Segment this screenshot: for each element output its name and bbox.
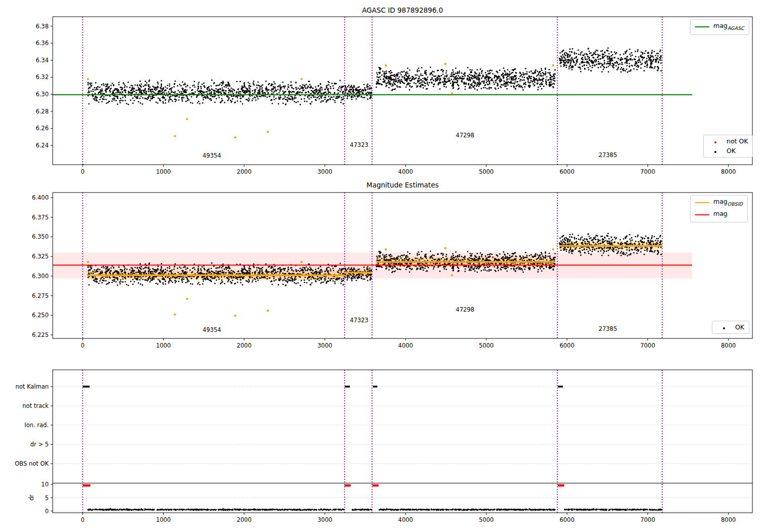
svg-text:2000: 2000	[237, 342, 251, 349]
svg-text:6.275: 6.275	[32, 292, 49, 299]
dr-axis-label: dr	[28, 495, 35, 501]
svg-text:6.30: 6.30	[35, 91, 49, 98]
dr-high-mark	[558, 484, 564, 487]
legend-row-not-ok: not OK	[708, 138, 748, 145]
svg-text:7000: 7000	[640, 342, 655, 349]
svg-text:4000: 4000	[398, 168, 413, 175]
figure-canvas: 4935447323472982738501000200030004000500…	[0, 0, 760, 532]
legend-row-mag: mag	[695, 210, 743, 220]
svg-text:6.325: 6.325	[32, 253, 49, 260]
svg-text:1000: 1000	[156, 342, 171, 349]
magnitude-plot: 4935447323472982738501000200030004000500…	[32, 193, 752, 349]
legend-label: mag	[713, 210, 728, 220]
plots-svg: 4935447323472982738501000200030004000500…	[0, 0, 760, 532]
legend-row-mag-agasc: magAGASC	[695, 22, 744, 32]
svg-text:6000: 6000	[559, 168, 574, 175]
svg-text:7000: 7000	[640, 168, 655, 175]
svg-text:8000: 8000	[721, 168, 736, 175]
legend-mag-agasc: magAGASC	[690, 19, 749, 35]
svg-text:3000: 3000	[318, 168, 332, 175]
svg-text:7000: 7000	[640, 516, 655, 523]
svg-text:8000: 8000	[721, 342, 736, 349]
svg-text:6000: 6000	[559, 516, 574, 523]
svg-text:6.375: 6.375	[32, 214, 49, 221]
svg-text:0: 0	[45, 508, 49, 515]
svg-text:6.26: 6.26	[35, 125, 49, 132]
svg-text:1000: 1000	[156, 168, 171, 175]
svg-text:Ion. rad.: Ion. rad.	[24, 422, 49, 429]
legend-label: OK	[727, 147, 736, 155]
svg-text:6.24: 6.24	[35, 142, 49, 149]
legend-ok-notok: not OK OK	[703, 135, 753, 158]
orange-line-swatch	[695, 202, 709, 203]
not-kalman-mark	[558, 386, 563, 388]
svg-text:47298: 47298	[456, 132, 475, 139]
plot-title-magnitude: Magnitude Estimates	[53, 181, 752, 189]
svg-text:not Kalman: not Kalman	[15, 383, 49, 390]
svg-text:not track: not track	[22, 402, 49, 409]
svg-text:47323: 47323	[350, 317, 369, 324]
svg-text:6.400: 6.400	[32, 194, 49, 201]
dr-high-mark	[345, 484, 351, 487]
svg-text:6.350: 6.350	[32, 233, 49, 240]
green-line-swatch	[695, 26, 709, 27]
legend-label: not OK	[727, 138, 748, 145]
dr-high-mark	[83, 484, 90, 487]
svg-text:5: 5	[45, 495, 49, 502]
legend-label: OK	[735, 324, 744, 331]
legend-label: magAGASC	[713, 22, 744, 32]
svg-text:27385: 27385	[598, 325, 617, 332]
svg-text:4000: 4000	[398, 342, 413, 349]
legend-ok: OK	[712, 321, 749, 334]
legend-row-mag-obsid: magOBSID	[695, 198, 743, 208]
svg-text:2000: 2000	[237, 168, 251, 175]
legend-row-ok: OK	[708, 147, 748, 155]
red-line-swatch	[695, 214, 709, 215]
svg-text:49354: 49354	[203, 326, 221, 333]
svg-text:6.250: 6.250	[32, 312, 49, 319]
plot-title-agasc: AGASC ID 987892896.0	[53, 6, 752, 14]
svg-text:47298: 47298	[456, 306, 475, 313]
svg-text:6.225: 6.225	[32, 331, 49, 338]
legend-label: magOBSID	[713, 198, 743, 208]
svg-text:0: 0	[81, 342, 85, 349]
svg-text:4000: 4000	[398, 516, 413, 523]
svg-text:6.36: 6.36	[35, 40, 49, 47]
red-dot-marker	[714, 141, 716, 143]
svg-text:0: 0	[81, 168, 85, 175]
svg-text:5000: 5000	[479, 342, 493, 349]
not-kalman-mark	[83, 386, 90, 388]
svg-text:0: 0	[81, 516, 85, 523]
black-dot-marker	[723, 327, 725, 329]
svg-text:5000: 5000	[479, 516, 493, 523]
agasc-plot: 4935447323472982738501000200030004000500…	[35, 17, 752, 175]
svg-text:6.34: 6.34	[35, 57, 49, 64]
svg-text:6.32: 6.32	[35, 73, 49, 81]
svg-text:6.28: 6.28	[35, 108, 49, 115]
svg-text:6.38: 6.38	[35, 23, 49, 30]
svg-text:dr > 5: dr > 5	[30, 441, 49, 448]
svg-text:47323: 47323	[350, 141, 369, 148]
svg-text:49354: 49354	[203, 152, 221, 159]
svg-text:1000: 1000	[156, 516, 171, 523]
not-kalman-mark	[345, 386, 350, 388]
svg-text:OBS not OK: OBS not OK	[15, 460, 49, 467]
black-dot-marker	[714, 151, 716, 153]
svg-text:5000: 5000	[479, 168, 493, 175]
svg-text:3000: 3000	[318, 342, 332, 349]
svg-text:8000: 8000	[721, 516, 736, 523]
svg-text:27385: 27385	[598, 151, 617, 159]
svg-text:2000: 2000	[237, 516, 251, 523]
svg-text:6000: 6000	[559, 342, 574, 349]
flags-plot: not Kalmannot trackIon. rad.dr > 5OBS no…	[15, 370, 752, 523]
svg-text:3000: 3000	[318, 516, 332, 523]
not-kalman-mark	[373, 386, 377, 388]
dr-high-mark	[372, 484, 378, 487]
legend-mag-obsid: magOBSID mag	[690, 195, 748, 222]
legend-row-ok: OK	[717, 324, 744, 331]
svg-text:6.300: 6.300	[32, 273, 49, 280]
svg-text:10: 10	[41, 481, 49, 488]
